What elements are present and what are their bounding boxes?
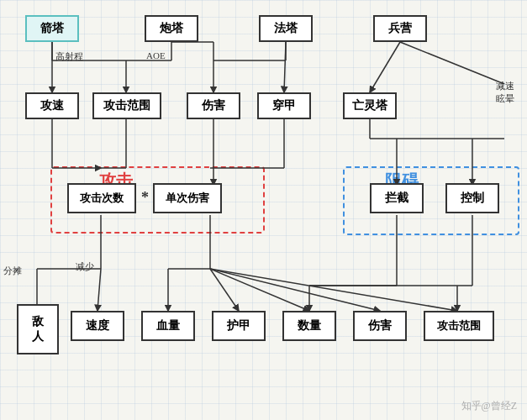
paota-label: 炮塔	[160, 21, 183, 36]
gongji-cs-box: 攻击次数	[67, 183, 136, 213]
gongsu-label: 攻速	[40, 98, 64, 113]
aoe-label: AOE	[146, 50, 166, 60]
sudu-label: 速度	[86, 318, 109, 333]
wangling-label: 亡灵塔	[352, 98, 387, 113]
jianta-box: 箭塔	[25, 15, 79, 42]
gongji-fw-label: 攻击范围	[103, 98, 150, 113]
svg-line-36	[210, 269, 457, 311]
kong-zhi-label: 控制	[461, 191, 484, 206]
gongsu-box: 攻速	[25, 92, 79, 119]
watermark: 知乎@曾经Z	[461, 399, 517, 413]
gj-fw2-box: 攻击范围	[424, 311, 494, 341]
xuexie-box: 血量	[141, 311, 195, 341]
jianshao-label: 减少	[76, 260, 94, 273]
svg-line-10	[284, 42, 286, 92]
bingying-label: 兵营	[388, 21, 412, 36]
svg-line-29	[97, 269, 101, 311]
chunjia-box: 穿甲	[257, 92, 311, 119]
chunjia-label: 穿甲	[272, 98, 296, 113]
svg-line-33	[210, 269, 239, 311]
jianta-label: 箭塔	[40, 21, 64, 36]
svg-line-12	[400, 42, 504, 84]
kong-zhi-box: 控制	[445, 183, 499, 213]
bingying-box: 兵营	[373, 15, 427, 42]
paota-box: 炮塔	[145, 15, 198, 42]
sudu-box: 速度	[71, 311, 124, 341]
svg-line-35	[210, 269, 380, 311]
multiply-star: *	[141, 189, 149, 207]
fata-box: 法塔	[259, 15, 313, 42]
dan-sh-box: 单次伤害	[153, 183, 222, 213]
svg-line-11	[370, 42, 400, 92]
di-ren-label: 敌 人	[32, 314, 44, 344]
svg-line-34	[210, 269, 309, 311]
shanghai2-label: 伤害	[368, 318, 392, 333]
shanghai-box: 伤害	[187, 92, 240, 119]
gaoshecheng-label: 高射程	[55, 50, 83, 63]
shanghai-label: 伤害	[202, 98, 225, 113]
wangling-box: 亡灵塔	[343, 92, 397, 119]
shanghai2-box: 伤害	[353, 311, 407, 341]
lan-jie-box: 拦截	[370, 183, 424, 213]
gj-fw2-label: 攻击范围	[437, 318, 481, 333]
xuexie-label: 血量	[156, 318, 180, 333]
lan-jie-label: 拦截	[385, 191, 408, 206]
fenpei-label: 分摊	[3, 265, 22, 277]
di-ren-box: 敌 人	[17, 304, 59, 354]
gongji-cs-label: 攻击次数	[80, 191, 124, 206]
hujia-box: 护甲	[212, 311, 266, 341]
shuliang-box: 数量	[282, 311, 336, 341]
gongji-fw-box: 攻击范围	[92, 92, 161, 119]
jiansu-label: 减速 眩晕	[496, 80, 514, 105]
shuliang-label: 数量	[298, 318, 321, 333]
dan-sh-label: 单次伤害	[166, 191, 209, 206]
fata-label: 法塔	[274, 21, 298, 36]
hujia-label: 护甲	[227, 318, 250, 333]
